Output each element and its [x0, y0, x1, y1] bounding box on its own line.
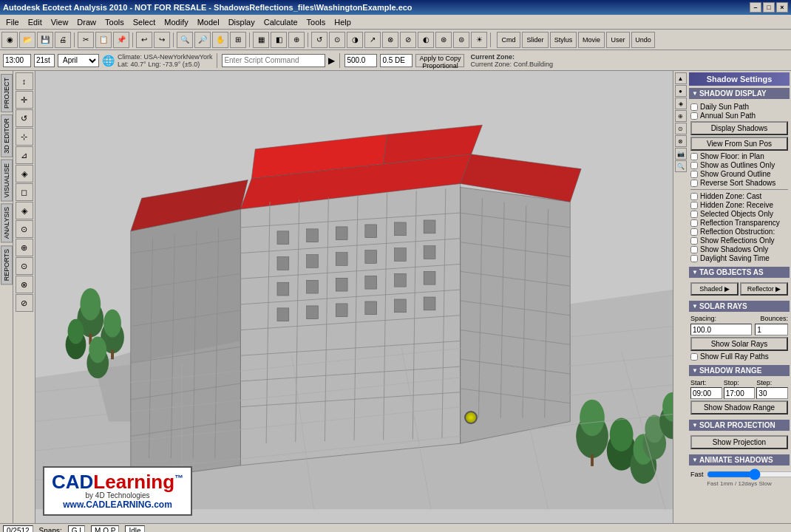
tool-face[interactable]: ⊗ — [16, 276, 33, 293]
script-run-button[interactable]: ▶ — [328, 55, 335, 66]
menu-select[interactable]: Select — [129, 16, 160, 28]
shaded-button[interactable]: Shaded ▶ — [690, 282, 739, 296]
reflection-obstructions-check[interactable] — [690, 228, 698, 236]
tb-array[interactable]: ◐ — [418, 32, 434, 48]
spacing-input[interactable] — [690, 324, 752, 335]
tool-extrude[interactable]: ⊿ — [16, 146, 33, 164]
tool-move[interactable]: ✛ — [16, 91, 33, 109]
show-outlines-check[interactable] — [690, 162, 698, 169]
tool-scale[interactable]: ⊹ — [16, 128, 33, 146]
tb-mirror[interactable]: ⊘ — [400, 32, 416, 48]
close-button[interactable]: × — [776, 2, 788, 13]
right-icon-4[interactable]: ⊕ — [675, 110, 687, 122]
menu-tools[interactable]: Tools — [101, 16, 129, 28]
cmd-button[interactable]: Cmd — [497, 32, 520, 48]
reflector-button[interactable]: Reflector ▶ — [740, 282, 788, 296]
tool-rotate[interactable]: ↺ — [16, 109, 33, 127]
show-floor-check[interactable] — [690, 153, 698, 160]
show-shadow-range-button[interactable]: Show Shadow Range — [690, 400, 788, 415]
tool-node[interactable]: ◈ — [16, 202, 33, 219]
hidden-zone-cast-check[interactable] — [690, 193, 698, 200]
tool-point[interactable]: ⊙ — [16, 220, 33, 238]
tb-orbit[interactable]: ⊙ — [329, 32, 345, 48]
tool-draw-rect[interactable]: ◻ — [16, 183, 33, 201]
menu-draw[interactable]: Draw — [72, 16, 101, 28]
tb-sun[interactable]: ☀ — [471, 32, 487, 48]
right-icon-camera[interactable]: 📷 — [675, 148, 687, 160]
right-icon-1[interactable]: ▲ — [675, 72, 687, 84]
tb-zoom-in[interactable]: 🔍 — [177, 32, 193, 48]
section-solar-projection[interactable]: ▼ SOLAR PROJECTION — [689, 420, 790, 431]
tb-cut[interactable]: ✂ — [78, 32, 94, 48]
tb-fit[interactable]: ⊞ — [230, 32, 246, 48]
tb-wireframe[interactable]: ▦ — [253, 32, 269, 48]
tb-scale[interactable]: ⊗ — [382, 32, 398, 48]
tb-redo[interactable]: ↪ — [154, 32, 170, 48]
show-shadows-only-check[interactable] — [690, 246, 698, 253]
sidebar-tab-reports[interactable]: REPORTS — [1, 245, 13, 284]
day-input[interactable] — [34, 54, 55, 67]
right-icon-2[interactable]: ● — [675, 85, 687, 97]
movie-button[interactable]: Movie — [578, 32, 605, 48]
start-input[interactable] — [690, 387, 722, 399]
step-input[interactable] — [756, 387, 788, 399]
viewport[interactable]: CADLearning™ by 4D Technologies www.CADL… — [35, 71, 673, 523]
tool-select-rect[interactable]: ◈ — [16, 165, 33, 183]
tb-print[interactable]: 🖨 — [55, 32, 71, 48]
menu-help[interactable]: Help — [330, 16, 356, 28]
section-solar-rays[interactable]: ▼ SOLAR RAYS — [689, 301, 790, 312]
daily-sun-path-check[interactable] — [690, 103, 698, 111]
tb-new[interactable]: ◉ — [1, 32, 18, 48]
tb-open[interactable]: 📂 — [19, 32, 35, 48]
stop-input[interactable] — [724, 387, 756, 399]
menu-modify[interactable]: Modify — [160, 16, 192, 28]
right-icon-search[interactable]: 🔍 — [675, 160, 687, 172]
show-ground-outline-check[interactable] — [690, 171, 698, 178]
right-icon-5[interactable]: ⊙ — [675, 123, 687, 134]
section-tag-objects[interactable]: ▼ TAG OBJECTS AS — [689, 267, 790, 278]
tb-solid[interactable]: ⊕ — [288, 32, 305, 48]
undo-button[interactable]: Undo — [631, 32, 655, 48]
tool-solid[interactable]: ⊘ — [16, 294, 33, 312]
tb-paste[interactable]: 📌 — [113, 32, 129, 48]
tb-rotate[interactable]: ↺ — [311, 32, 327, 48]
menu-tools2[interactable]: Tools — [302, 16, 330, 28]
tb-bool[interactable]: ⊜ — [453, 32, 469, 48]
show-projection-button[interactable]: Show Projection — [690, 435, 788, 449]
sidebar-tab-project[interactable]: PROJECT — [1, 74, 13, 112]
section-shadow-range[interactable]: ▼ SHADOW RANGE — [689, 365, 790, 376]
tool-line[interactable]: ⊕ — [16, 239, 33, 256]
tb-pan[interactable]: ✋ — [212, 32, 228, 48]
menu-view[interactable]: View — [47, 16, 73, 28]
tool-select-arrow[interactable]: ↕ — [16, 72, 33, 90]
show-solar-rays-button[interactable]: Show Solar Rays — [690, 337, 788, 351]
tb-extrude[interactable]: ⊛ — [435, 32, 452, 48]
user-button[interactable]: User — [606, 32, 630, 48]
minimize-button[interactable]: – — [750, 2, 761, 13]
month-select[interactable]: April — [58, 54, 99, 67]
hidden-zone-receive-check[interactable] — [690, 202, 698, 209]
maximize-button[interactable]: □ — [763, 2, 775, 13]
annual-sun-path-check[interactable] — [690, 112, 698, 120]
apply-button[interactable]: Apply to CopyProportional — [415, 54, 464, 67]
radius-input[interactable] — [344, 54, 377, 67]
tb-copy[interactable]: 📋 — [95, 32, 112, 48]
animate-speed-slider[interactable] — [707, 470, 791, 479]
tb-save[interactable]: 💾 — [37, 32, 53, 48]
tb-undo[interactable]: ↩ — [136, 32, 152, 48]
reverse-sort-check[interactable] — [690, 180, 698, 187]
tb-shaded[interactable]: ◧ — [271, 32, 287, 48]
view-from-sun-button[interactable]: View From Sun Pos — [690, 137, 788, 151]
sidebar-tab-3deditor[interactable]: 3D EDITOR — [1, 115, 13, 157]
menu-model[interactable]: Model — [193, 16, 224, 28]
sidebar-tab-visualise[interactable]: VISUALISE — [1, 160, 13, 202]
section-animate-shadows[interactable]: ▼ ANIMATE SHADOWS — [689, 454, 790, 466]
menu-file[interactable]: File — [1, 16, 24, 28]
menu-display[interactable]: Display — [224, 16, 259, 28]
script-command-input[interactable] — [222, 54, 325, 67]
menu-edit[interactable]: Edit — [24, 16, 47, 28]
selected-objects-check[interactable] — [690, 211, 698, 218]
bounces-input[interactable] — [755, 324, 788, 335]
menu-calculate[interactable]: Calculate — [259, 16, 302, 28]
show-reflections-only-check[interactable] — [690, 237, 698, 245]
